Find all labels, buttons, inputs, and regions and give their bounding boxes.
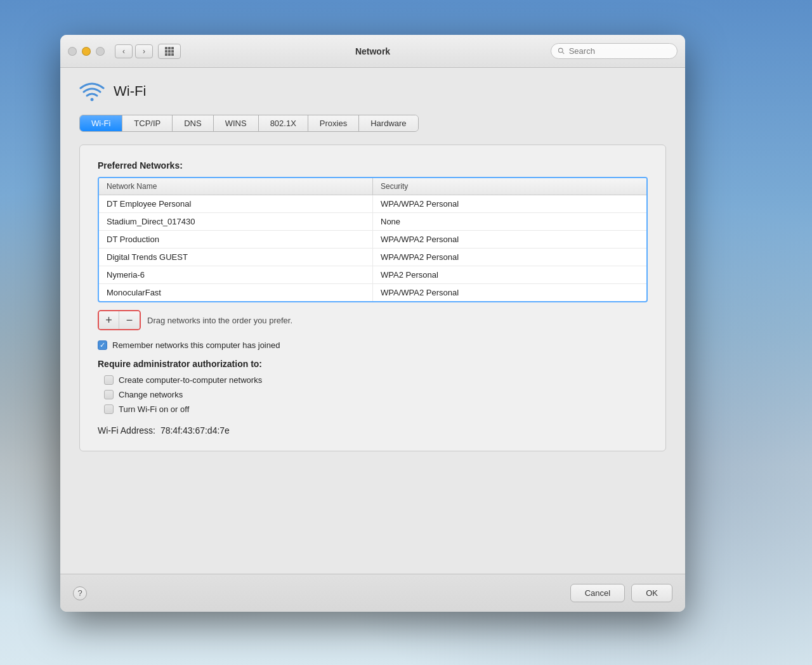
table-row[interactable]: DT Employee Personal WPA/WPA2 Personal [99,195,646,213]
option-change-networks[interactable]: Change networks [104,390,648,399]
cell-security: None [373,213,646,230]
option-change-checkbox[interactable] [104,390,114,399]
cell-network-name: Digital Trends GUEST [99,249,373,266]
cell-security: WPA/WPA2 Personal [373,195,646,212]
option-turn-wifi[interactable]: Turn Wi-Fi on or off [104,404,648,414]
bottom-buttons: Cancel OK [570,584,672,602]
remove-network-button[interactable]: − [119,311,140,329]
window-title: Network [355,46,390,56]
add-remove-buttons: + − [98,310,141,330]
drag-hint: Drag networks into the order you prefer. [147,316,292,325]
cell-network-name: Nymeria-6 [99,266,373,283]
tab-dns[interactable]: DNS [173,115,213,131]
tab-wifi[interactable]: Wi-Fi [80,115,122,131]
wifi-icon [79,81,105,102]
cell-network-name: Stadium_Direct_017430 [99,213,373,230]
cell-security: WPA/WPA2 Personal [373,249,646,266]
close-button[interactable] [68,47,77,56]
minimize-button[interactable] [82,47,91,56]
preferred-networks-label: Preferred Networks: [98,160,648,171]
tabs-bar: Wi-Fi TCP/IP DNS WINS 802.1X Proxies Har… [79,115,419,132]
wifi-address-value: 78:4f:43:67:d4:7e [160,425,230,436]
grid-view-button[interactable] [158,44,181,59]
networks-table: Network Name Security DT Employee Person… [98,177,648,302]
title-bar: ‹ › Network [60,35,685,68]
search-icon [558,47,565,55]
table-row[interactable]: Nymeria-6 WPA2 Personal [99,266,646,284]
cell-security: WPA2 Personal [373,266,646,283]
table-row[interactable]: Stadium_Direct_017430 None [99,213,646,231]
wifi-header: Wi-Fi [79,81,666,102]
add-remove-row: + − Drag networks into the order you pre… [98,310,648,330]
option-computer-to-computer[interactable]: Create computer-to-computer networks [104,375,648,385]
table-header: Network Name Security [99,178,646,195]
remember-networks-row[interactable]: ✓ Remember networks this computer has jo… [98,340,648,350]
network-preferences-window: ‹ › Network [60,35,685,612]
content-area: Wi-Fi Wi-Fi TCP/IP DNS WINS 802.1X Proxi… [60,68,685,574]
cell-network-name: DT Production [99,231,373,248]
col-network-name: Network Name [99,178,373,195]
table-row[interactable]: DT Production WPA/WPA2 Personal [99,231,646,249]
add-network-button[interactable]: + [99,311,119,329]
col-security: Security [373,178,646,195]
forward-button[interactable]: › [135,44,153,58]
cancel-button[interactable]: Cancel [570,584,625,602]
wifi-address-row: Wi-Fi Address: 78:4f:43:67:d4:7e [98,425,648,436]
option-computer-checkbox[interactable] [104,375,114,385]
cell-network-name: DT Employee Personal [99,195,373,212]
option-wifi-label: Turn Wi-Fi on or off [119,404,189,414]
network-rows-container: DT Employee Personal WPA/WPA2 Personal S… [99,195,646,301]
maximize-button[interactable] [96,47,105,56]
tab-proxies[interactable]: Proxies [308,115,359,131]
checkmark-icon: ✓ [100,342,105,349]
require-auth-label: Require administrator authorization to: [98,359,648,369]
table-row[interactable]: MonocularFast WPA/WPA2 Personal [99,284,646,301]
option-computer-label: Create computer-to-computer networks [119,375,262,385]
back-button[interactable]: ‹ [115,44,133,58]
tab-wins[interactable]: WINS [214,115,259,131]
search-box[interactable] [551,43,678,59]
remember-networks-label: Remember networks this computer has join… [112,340,280,350]
cell-security: WPA/WPA2 Personal [373,284,646,301]
wifi-panel: Preferred Networks: Network Name Securit… [79,145,666,451]
tab-8021x[interactable]: 802.1X [259,115,308,131]
help-button[interactable]: ? [73,586,87,600]
traffic-lights [68,47,105,56]
option-wifi-checkbox[interactable] [104,404,114,414]
svg-point-2 [91,98,94,101]
search-input[interactable] [569,46,671,56]
table-row[interactable]: Digital Trends GUEST WPA/WPA2 Personal [99,249,646,266]
wifi-title: Wi-Fi [114,83,146,100]
ok-button[interactable]: OK [631,584,672,602]
option-change-label: Change networks [119,390,183,399]
bottom-bar: ? Cancel OK [60,574,685,612]
cell-network-name: MonocularFast [99,284,373,301]
tab-hardware[interactable]: Hardware [359,115,417,131]
tab-tcpip[interactable]: TCP/IP [122,115,173,131]
remember-networks-checkbox[interactable]: ✓ [98,340,107,350]
grid-icon [165,47,174,56]
svg-line-1 [563,52,565,54]
cell-security: WPA/WPA2 Personal [373,231,646,248]
wifi-address-label: Wi-Fi Address: [98,425,155,436]
svg-point-0 [558,48,563,53]
nav-buttons: ‹ › [115,44,153,58]
